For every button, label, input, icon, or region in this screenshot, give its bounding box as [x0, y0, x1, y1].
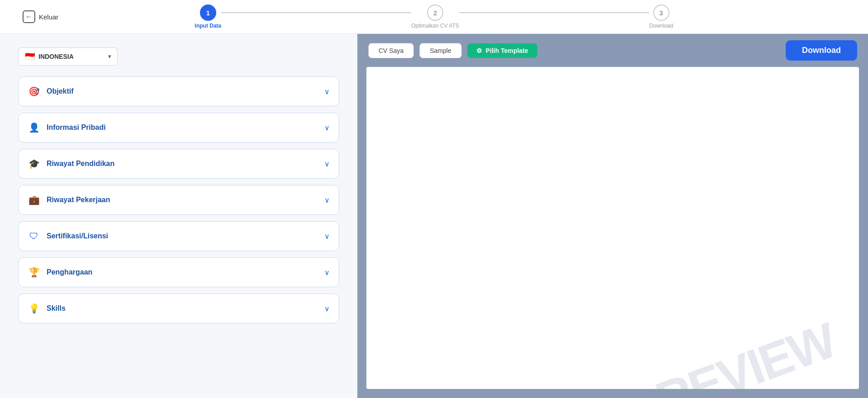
riwayat-pendidikan-icon: 🎓: [28, 157, 40, 170]
step-2-label: Optimalkan CV ATS: [411, 23, 459, 29]
step-1: 1 Input Data: [195, 5, 222, 29]
preview-watermark: PREVIEW: [620, 315, 841, 389]
accordion-header-riwayat-pekerjaan: 💼 Riwayat Pekerjaan ∨: [28, 185, 330, 214]
download-button[interactable]: Download: [786, 40, 857, 61]
step-1-label: Input Data: [195, 23, 222, 29]
chevron-down-icon: ▾: [108, 53, 111, 60]
accordion-header-skills: 💡 Skills ∨: [28, 294, 330, 323]
accordion-header-riwayat-pendidikan: 🎓 Riwayat Pendidikan ∨: [28, 149, 330, 178]
chevron-down-icon: ∨: [324, 232, 330, 241]
back-button[interactable]: ← Keluar: [18, 8, 63, 26]
objektif-label: Objektif: [47, 87, 318, 95]
stepper: 1 Input Data 2 Optimalkan CV ATS 3 Downl…: [195, 5, 674, 29]
language-selector[interactable]: 🇮🇩 INDONESIA ▾: [18, 47, 118, 66]
informasi-pribadi-icon: 👤: [28, 121, 40, 134]
step-2-circle: 2: [427, 5, 443, 21]
main-layout: 🇮🇩 INDONESIA ▾ 🎯 Objektif ∨ 👤 Informasi …: [0, 34, 868, 398]
accordion-item-penghargaan[interactable]: 🏆 Penghargaan ∨: [18, 257, 339, 287]
accordion-list: 🎯 Objektif ∨ 👤 Informasi Pribadi ∨ 🎓 Riw…: [18, 76, 339, 323]
step-line-1: [221, 12, 411, 13]
tab-sample[interactable]: Sample: [419, 43, 461, 58]
skills-label: Skills: [47, 304, 318, 313]
header: ← Keluar 1 Input Data 2 Optimalkan CV AT…: [0, 0, 868, 34]
chevron-down-icon: ∨: [324, 304, 330, 313]
step-2: 2 Optimalkan CV ATS: [411, 5, 459, 29]
sertifikasi-label: Sertifikasi/Lisensi: [47, 232, 318, 240]
accordion-item-skills[interactable]: 💡 Skills ∨: [18, 294, 339, 323]
accordion-item-informasi-pribadi[interactable]: 👤 Informasi Pribadi ∨: [18, 113, 339, 142]
riwayat-pendidikan-label: Riwayat Pendidikan: [47, 160, 318, 168]
chevron-down-icon: ∨: [324, 160, 330, 168]
accordion-header-informasi-pribadi: 👤 Informasi Pribadi ∨: [28, 113, 330, 142]
accordion-item-riwayat-pekerjaan[interactable]: 💼 Riwayat Pekerjaan ∨: [18, 185, 339, 215]
step-3: 3 Download: [649, 5, 673, 29]
back-label: Keluar: [39, 13, 58, 21]
chevron-down-icon: ∨: [324, 87, 330, 96]
pilih-template-button[interactable]: ⚙ Pilih Template: [467, 43, 537, 58]
right-panel: CV Saya Sample ⚙ Pilih Template Download…: [357, 34, 868, 398]
step-1-circle: 1: [200, 5, 216, 21]
accordion-item-sertifikasi[interactable]: 🛡 Sertifikasi/Lisensi ∨: [18, 221, 339, 251]
accordion-header-objektif: 🎯 Objektif ∨: [28, 77, 330, 106]
step-line-2: [459, 12, 649, 13]
chevron-down-icon: ∨: [324, 268, 330, 277]
chevron-down-icon: ∨: [324, 123, 330, 132]
template-btn-label: Pilih Template: [486, 47, 528, 54]
riwayat-pekerjaan-label: Riwayat Pekerjaan: [47, 196, 318, 204]
back-arrow-icon: ←: [23, 10, 35, 23]
step-3-label: Download: [649, 23, 673, 29]
flag-icon: 🇮🇩: [25, 52, 35, 62]
skills-icon: 💡: [28, 302, 40, 315]
accordion-item-riwayat-pendidikan[interactable]: 🎓 Riwayat Pendidikan ∨: [18, 149, 339, 179]
tab-cv-saya[interactable]: CV Saya: [368, 43, 414, 58]
sertifikasi-icon: 🛡: [28, 230, 40, 242]
step-3-circle: 3: [653, 5, 669, 21]
penghargaan-label: Penghargaan: [47, 268, 318, 276]
penghargaan-icon: 🏆: [28, 266, 40, 279]
chevron-down-icon: ∨: [324, 196, 330, 204]
left-panel: 🇮🇩 INDONESIA ▾ 🎯 Objektif ∨ 👤 Informasi …: [0, 34, 357, 398]
accordion-item-objektif[interactable]: 🎯 Objektif ∨: [18, 76, 339, 106]
accordion-header-penghargaan: 🏆 Penghargaan ∨: [28, 258, 330, 287]
template-icon: ⚙: [476, 47, 482, 54]
right-toolbar: CV Saya Sample ⚙ Pilih Template Download: [357, 34, 868, 67]
preview-area: PREVIEW: [366, 67, 859, 389]
objektif-icon: 🎯: [28, 85, 40, 98]
language-name: INDONESIA: [38, 53, 104, 60]
informasi-pribadi-label: Informasi Pribadi: [47, 123, 318, 132]
riwayat-pekerjaan-icon: 💼: [28, 194, 40, 206]
accordion-header-sertifikasi: 🛡 Sertifikasi/Lisensi ∨: [28, 222, 330, 251]
